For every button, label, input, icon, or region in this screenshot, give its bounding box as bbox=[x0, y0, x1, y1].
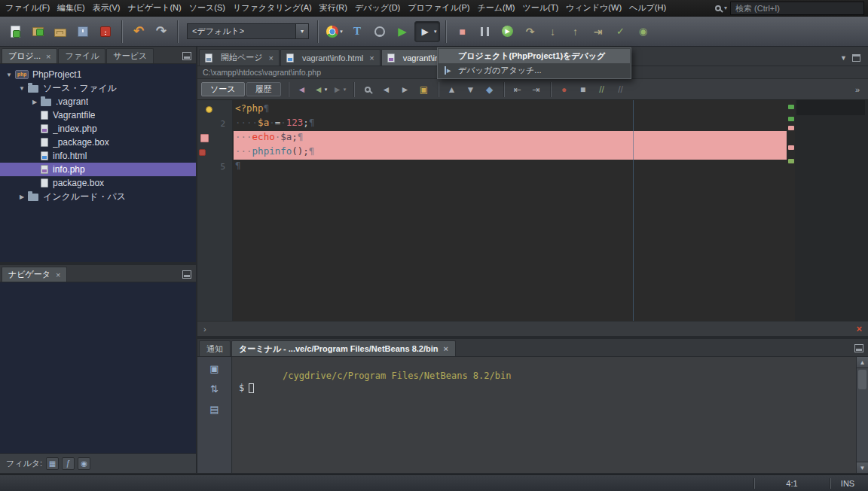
close-icon[interactable]: × bbox=[56, 271, 60, 279]
continue-debugger-button[interactable]: ▶ bbox=[497, 21, 518, 42]
menubar-item[interactable]: 実行(R) bbox=[316, 0, 351, 16]
tree-item[interactable]: Vagrantfile bbox=[0, 108, 196, 122]
step-out-button[interactable]: ↑ bbox=[565, 21, 586, 42]
toggle-bookmark-button[interactable]: ◆ bbox=[481, 82, 498, 97]
tree-item[interactable]: _package.box bbox=[0, 136, 196, 149]
run-tests-button[interactable]: T bbox=[347, 21, 368, 42]
code-line[interactable]: ···echo·$a;¶ bbox=[234, 131, 787, 145]
minimize-panel-icon[interactable] bbox=[854, 344, 863, 352]
uncomment-button[interactable]: // bbox=[613, 82, 629, 97]
close-icon[interactable]: × bbox=[46, 53, 50, 60]
bottom-panel-tab[interactable]: 通知 bbox=[199, 340, 231, 356]
start-macro-recording-button[interactable]: ● bbox=[556, 82, 573, 97]
gutter-cell[interactable]: 2 bbox=[197, 117, 232, 131]
maximize-icon[interactable] bbox=[852, 54, 860, 62]
menubar-item[interactable]: ヘルプ(H) bbox=[625, 0, 670, 16]
chevron-collapsed-icon[interactable]: ▶ bbox=[17, 194, 26, 200]
next-occurrence-button[interactable]: ▼ bbox=[463, 82, 479, 97]
debug-menu-item[interactable]: プロジェクト(PhpProject1)をデバッグ bbox=[439, 49, 630, 63]
comment-button[interactable]: // bbox=[594, 82, 610, 97]
forward-button[interactable]: ►▾ bbox=[332, 82, 348, 97]
menubar-item[interactable]: ウィンドウ(W) bbox=[562, 0, 625, 16]
error-stripe-mark[interactable] bbox=[788, 159, 794, 163]
error-stripe-mark[interactable] bbox=[788, 117, 794, 121]
shift-line-right-button[interactable]: ⇥ bbox=[528, 82, 545, 97]
quick-search[interactable]: ▾ 検索 (Ctrl+I) bbox=[715, 2, 866, 15]
breakpoint-badge-icon[interactable] bbox=[199, 149, 206, 156]
filter-button-3[interactable]: ◉ bbox=[78, 457, 90, 470]
gutter-cell[interactable] bbox=[197, 145, 232, 160]
step-into-button[interactable]: ↓ bbox=[542, 21, 564, 42]
code-line[interactable]: <?php¶ bbox=[234, 102, 787, 117]
undo-button[interactable]: ↶ bbox=[128, 21, 149, 42]
run-to-cursor-button[interactable]: ⇥ bbox=[588, 21, 609, 42]
scrollbar-thumb[interactable] bbox=[858, 370, 866, 389]
menubar-item[interactable]: ナビゲート(N) bbox=[124, 0, 185, 16]
chevron-collapsed-icon[interactable]: ▶ bbox=[30, 99, 39, 105]
tree-item[interactable]: package.box bbox=[0, 176, 196, 190]
menubar-item[interactable]: リファクタリング(A) bbox=[229, 0, 316, 16]
new-file-button[interactable] bbox=[5, 21, 26, 42]
breakpoint-icon[interactable] bbox=[200, 134, 209, 142]
editor-view-button[interactable]: ソース bbox=[201, 82, 245, 96]
error-stripe-mark[interactable] bbox=[788, 145, 794, 150]
tree-item[interactable]: info.php bbox=[0, 163, 196, 176]
tree-item[interactable]: ▶インクルード・パス bbox=[0, 190, 196, 203]
find-previous-button[interactable]: ◄ bbox=[378, 82, 395, 97]
close-icon[interactable]: × bbox=[269, 54, 274, 62]
terminal-clear-button[interactable]: ▣ bbox=[208, 362, 222, 374]
panel-tab[interactable]: サービス bbox=[106, 48, 154, 63]
filter-button-2[interactable]: ƒ bbox=[62, 457, 75, 470]
minimize-panel-icon[interactable] bbox=[182, 270, 191, 279]
redo-button[interactable]: ↷ bbox=[151, 21, 172, 42]
panel-tab[interactable]: ファイル bbox=[58, 48, 105, 63]
config-combo[interactable]: <デフォルト>▾ bbox=[187, 23, 309, 39]
terminal-output[interactable]: /cygdrive/c/Program Files/NetBeans 8.2/b… bbox=[233, 357, 856, 473]
find-next-button[interactable]: ► bbox=[397, 82, 414, 97]
save-all-button[interactable] bbox=[72, 21, 93, 42]
close-icon[interactable]: × bbox=[369, 54, 374, 62]
hint-bulb-icon[interactable] bbox=[206, 106, 212, 113]
tree-item[interactable]: ▼phpPhpProject1 bbox=[0, 68, 196, 81]
menubar-item[interactable]: プロファイル(P) bbox=[404, 0, 473, 16]
gutter-cell[interactable] bbox=[197, 131, 232, 145]
gutter-cell[interactable] bbox=[197, 102, 232, 117]
menubar-item[interactable]: デバッグ(D) bbox=[351, 0, 404, 16]
gutter-cell[interactable]: 5 bbox=[197, 160, 232, 174]
breadcrumb-chevron-icon[interactable]: › bbox=[203, 325, 206, 334]
editor-tab[interactable]: vagrant\info.html× bbox=[280, 49, 381, 66]
tree-item[interactable]: _index.php bbox=[0, 122, 196, 136]
menubar-item[interactable]: チーム(M) bbox=[473, 0, 518, 16]
minimize-panel-icon[interactable] bbox=[182, 52, 191, 60]
code-line[interactable]: ···phpinfo();¶ bbox=[234, 145, 787, 160]
ide-log-button[interactable] bbox=[95, 21, 116, 42]
code-line[interactable]: ¶ bbox=[234, 160, 787, 174]
panel-tab[interactable]: プロジ...× bbox=[2, 48, 57, 63]
stop-macro-recording-button[interactable]: ■ bbox=[575, 82, 591, 97]
error-stripe-mark[interactable] bbox=[788, 126, 794, 130]
scroll-up-icon[interactable]: ▲ bbox=[857, 357, 868, 368]
overflow-chevron-icon[interactable]: » bbox=[855, 85, 864, 94]
find-button[interactable] bbox=[359, 82, 376, 97]
debug-snapshot-button[interactable]: ◉ bbox=[633, 21, 654, 42]
code-line[interactable]: ····$a·=·123;¶ bbox=[234, 117, 787, 131]
menubar-item[interactable]: 編集(E) bbox=[53, 0, 89, 16]
search-input[interactable]: 検索 (Ctrl+I) bbox=[730, 2, 864, 15]
step-over-button[interactable]: ↷ bbox=[520, 21, 541, 42]
last-edit-position-button[interactable]: ◄ bbox=[294, 82, 310, 97]
close-icon[interactable]: × bbox=[444, 345, 448, 352]
tree-item[interactable]: ▶.vagrant bbox=[0, 95, 196, 108]
tree-item[interactable]: info.html bbox=[0, 149, 196, 163]
finish-debugger-session-button[interactable]: ■ bbox=[452, 21, 473, 42]
open-project-button[interactable] bbox=[50, 21, 71, 42]
menubar-item[interactable]: 表示(V) bbox=[89, 0, 124, 16]
debug-project-button[interactable]: ▶▾ bbox=[414, 21, 440, 42]
menubar-item[interactable]: ファイル(F) bbox=[2, 0, 53, 16]
browser-chrome-button[interactable]: ▾ bbox=[324, 21, 345, 42]
previous-occurrence-button[interactable]: ▲ bbox=[444, 82, 460, 97]
terminal-scroll-lock-button[interactable]: ⇅ bbox=[208, 383, 222, 395]
bottom-panel-tab[interactable]: ターミナル - ...ve/c/Program Files/NetBeans 8… bbox=[231, 340, 456, 356]
code-area[interactable]: <?php¶····$a·=·123;¶···echo·$a;¶···phpin… bbox=[234, 100, 787, 321]
tab-navigator[interactable]: ナビゲータ × bbox=[2, 267, 67, 282]
editor-tab[interactable]: 開始ページ× bbox=[199, 49, 280, 66]
